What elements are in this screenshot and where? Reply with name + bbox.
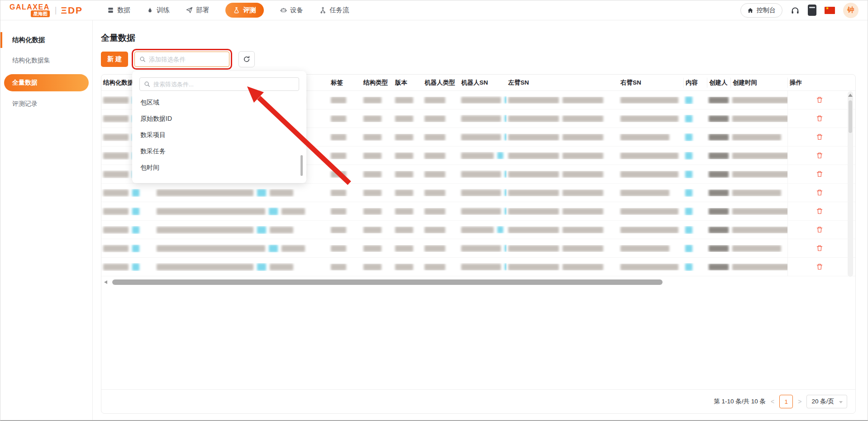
rocket-icon — [186, 7, 193, 14]
nav-item-evaluate[interactable]: 评测 — [225, 3, 264, 18]
filter-input[interactable] — [149, 56, 224, 63]
delete-row-button[interactable] — [816, 113, 827, 124]
delete-row-button[interactable] — [816, 132, 827, 142]
nav-item-training[interactable]: 训练 — [147, 6, 170, 14]
dropdown-search-box — [139, 77, 299, 91]
top-nav: 数据 训练 部署 评测 设备 任务流 — [107, 3, 349, 18]
user-avatar[interactable]: 钟 — [843, 3, 858, 18]
home-icon — [747, 7, 754, 14]
vertical-scrollbar-thumb[interactable] — [849, 100, 852, 133]
horizontal-scrollbar[interactable] — [104, 279, 844, 285]
page-size-select[interactable]: 20 条/页 — [806, 395, 847, 408]
delete-row-button[interactable] — [816, 169, 827, 180]
trash-icon — [816, 189, 827, 196]
table-header-cell: 右臂SN — [619, 79, 683, 87]
dropdown-option-package-region[interactable]: 包区域 — [139, 95, 299, 111]
chevron-right-icon[interactable]: > — [798, 398, 801, 405]
delete-row-button[interactable] — [816, 206, 827, 217]
table-header-cell: 标签 — [329, 79, 362, 87]
vertical-scrollbar[interactable] — [848, 91, 853, 277]
table-row — [101, 184, 855, 202]
logo-galaxea: GALAXEA — [10, 4, 50, 10]
page-number-button[interactable]: 1 — [779, 395, 793, 408]
nav-item-data[interactable]: 数据 — [107, 6, 130, 14]
scroll-up-arrow-icon[interactable] — [848, 94, 853, 97]
delete-row-button[interactable] — [816, 187, 827, 198]
flask-icon — [233, 7, 240, 14]
trash-icon — [816, 96, 827, 104]
nav-item-devices[interactable]: 设备 — [280, 6, 303, 14]
trash-icon — [816, 115, 827, 122]
logo-xinghaitu: 星海图 — [31, 10, 50, 17]
table-header-cell: 内容 — [683, 78, 707, 88]
trash-icon — [816, 152, 827, 159]
trash-icon — [816, 170, 827, 178]
delete-row-button[interactable] — [816, 261, 827, 272]
dropdown-option-collect-task[interactable]: 数采任务 — [139, 143, 299, 160]
top-bar: GALAXEA 星海图 | ΞDP 数据 训练 部署 评测 设备 任务流 — [0, 0, 868, 20]
sidebar-section-structured-data: 结构化数据 — [0, 32, 92, 48]
nav-label: 设备 — [290, 6, 303, 14]
delete-row-button[interactable] — [816, 243, 827, 254]
flag-star: ★ — [825, 6, 829, 10]
logo-edp: ΞDP — [61, 5, 83, 16]
refresh-button[interactable] — [238, 51, 255, 67]
delete-row-button[interactable] — [816, 224, 827, 235]
workflow-icon — [320, 7, 326, 14]
console-button[interactable]: 控制台 — [740, 3, 782, 18]
dropdown-search-input[interactable] — [153, 81, 295, 88]
nav-label: 评测 — [243, 6, 256, 14]
page-title: 全量数据 — [101, 32, 868, 44]
pagination-divider — [101, 389, 855, 390]
nav-label: 任务流 — [329, 6, 349, 14]
sidebar-item-eval-records[interactable]: 评测记录 — [0, 95, 92, 113]
trash-icon — [816, 226, 827, 233]
robot-icon — [280, 7, 287, 14]
table-header-cell: 创建时间 — [730, 78, 787, 88]
table-header-cell: 创建人 — [707, 78, 730, 88]
pagination-summary: 第 1-10 条/共 10 条 — [714, 397, 766, 406]
nav-label: 数据 — [117, 6, 130, 14]
delete-row-button[interactable] — [816, 95, 827, 105]
dropdown-scrollbar-thumb[interactable] — [300, 155, 303, 176]
language-flag-icon[interactable]: ★ — [825, 7, 835, 14]
new-button[interactable]: 新 建 — [101, 52, 128, 67]
dropdown-option-package-time[interactable]: 包时间 — [139, 160, 299, 176]
nav-label: 训练 — [157, 6, 170, 14]
nav-item-workflow[interactable]: 任务流 — [320, 6, 349, 14]
pagination: 第 1-10 条/共 10 条 < 1 > 20 条/页 — [714, 395, 847, 408]
headset-icon[interactable] — [791, 6, 800, 15]
trash-icon — [816, 133, 827, 141]
trash-icon — [816, 245, 827, 252]
horizontal-scrollbar-thumb[interactable] — [112, 279, 663, 285]
sidebar-item-structured-dataset[interactable]: 结构化数据集 — [0, 52, 92, 70]
dropdown-option-collect-project[interactable]: 数采项目 — [139, 127, 299, 143]
table-row — [101, 239, 855, 258]
scroll-left-arrow-icon[interactable] — [104, 280, 107, 284]
docs-icon[interactable] — [808, 5, 816, 16]
nav-label: 部署 — [196, 6, 209, 14]
sidebar: 结构化数据 结构化数据集 全量数据 评测记录 — [0, 20, 93, 421]
top-bar-right: 控制台 ★ 钟 — [740, 3, 858, 18]
logo-divider: | — [55, 5, 57, 15]
console-label: 控制台 — [757, 6, 776, 14]
sidebar-item-full-data[interactable]: 全量数据 — [4, 74, 89, 91]
table-row — [101, 202, 855, 221]
chevron-down-icon — [839, 401, 843, 403]
flame-icon — [147, 7, 153, 14]
table-row — [101, 221, 855, 239]
nav-item-deploy[interactable]: 部署 — [186, 6, 209, 14]
search-icon — [144, 81, 150, 87]
table-header-cell: 操作 — [787, 78, 851, 88]
dropdown-option-raw-data-id[interactable]: 原始数据ID — [139, 111, 299, 127]
chevron-left-icon[interactable]: < — [771, 398, 774, 405]
refresh-icon — [243, 56, 250, 63]
dropdown-option-list: 包区域 原始数据ID 数采项目 数采任务 包时间 — [139, 95, 299, 176]
trash-icon — [816, 263, 827, 270]
table-header-cell: 机器人类型 — [423, 79, 459, 87]
table-header-cell: 左臂SN — [506, 79, 619, 87]
toolbar: 新 建 — [101, 51, 868, 67]
page-size-value: 20 条/页 — [811, 397, 834, 406]
delete-row-button[interactable] — [816, 150, 827, 161]
table-header-cell: 结构类型 — [362, 79, 393, 87]
